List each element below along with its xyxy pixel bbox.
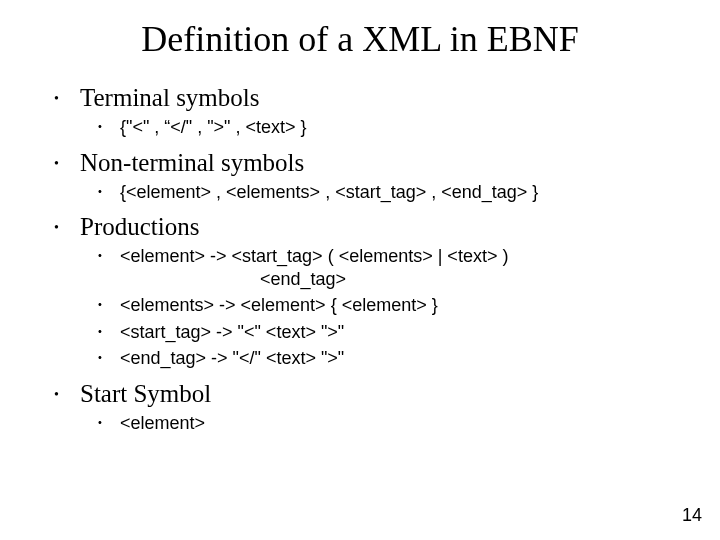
nonterminal-items: {<element> , <elements> , <start_tag> , … <box>80 181 672 204</box>
section-terminal: Terminal symbols {"<" , “</" , ">" , <te… <box>48 84 672 139</box>
list-item: <start_tag> -> "<" <text> ">" <box>80 321 672 344</box>
list-item: {"<" , “</" , ">" , <text> } <box>80 116 672 139</box>
list-item: <end_tag> -> "</" <text> ">" <box>80 347 672 370</box>
start-items: <element> <box>80 412 672 435</box>
top-list: Terminal symbols {"<" , “</" , ">" , <te… <box>48 84 672 434</box>
list-item: <element> -> <start_tag> ( <elements> | … <box>80 245 672 290</box>
slide-title: Definition of a XML in EBNF <box>48 18 672 60</box>
production-continuation: <end_tag> <box>120 268 672 291</box>
page-number: 14 <box>682 505 702 526</box>
slide: Definition of a XML in EBNF Terminal sym… <box>0 0 720 540</box>
productions-items: <element> -> <start_tag> ( <elements> | … <box>80 245 672 370</box>
list-item: <elements> -> <element> { <element> } <box>80 294 672 317</box>
list-item: <element> <box>80 412 672 435</box>
terminal-items: {"<" , “</" , ">" , <text> } <box>80 116 672 139</box>
section-productions: Productions <element> -> <start_tag> ( <… <box>48 213 672 370</box>
section-heading: Start Symbol <box>80 380 211 407</box>
list-item: {<element> , <elements> , <start_tag> , … <box>80 181 672 204</box>
section-start-symbol: Start Symbol <element> <box>48 380 672 435</box>
section-heading: Non-terminal symbols <box>80 149 304 176</box>
section-nonterminal: Non-terminal symbols {<element> , <eleme… <box>48 149 672 204</box>
section-heading: Productions <box>80 213 199 240</box>
production-line: <element> -> <start_tag> ( <elements> | … <box>120 246 508 266</box>
section-heading: Terminal symbols <box>80 84 259 111</box>
